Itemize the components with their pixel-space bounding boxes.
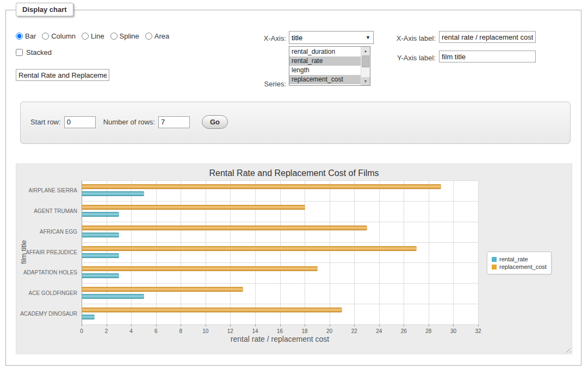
axis-tick	[330, 324, 330, 327]
scrollbar-thumb[interactable]	[362, 55, 369, 67]
chart-title-input[interactable]	[16, 69, 109, 81]
num-rows-label: Number of rows:	[103, 118, 155, 126]
gridline-vertical	[305, 180, 305, 324]
bar-replacement_cost	[82, 225, 367, 230]
chart-type-option-bar: Bar	[16, 32, 36, 40]
start-row-input[interactable]	[64, 116, 96, 128]
chart: Rental Rate and Replacement Cost of Film…	[16, 164, 572, 354]
stacked-label: Stacked	[26, 48, 52, 57]
y-axis-label-input[interactable]	[439, 51, 536, 62]
axis-tick	[206, 324, 206, 327]
plot-area	[82, 180, 478, 324]
stacked-checkbox[interactable]	[16, 49, 23, 56]
resize-handle-icon[interactable]	[564, 346, 571, 353]
go-button[interactable]: Go	[202, 115, 228, 129]
bar-rental_rate	[82, 253, 119, 258]
category-label: AIRPLANE SIERRA	[16, 187, 77, 193]
gridline-vertical	[379, 180, 380, 324]
gridline-vertical	[255, 180, 256, 324]
x-axis-label-field-label: X-Axis label:	[381, 34, 436, 42]
y-axis-line	[82, 180, 82, 324]
x-axis-select[interactable]: title	[289, 31, 374, 44]
bar-rental_rate	[82, 294, 144, 299]
bar-rental_rate	[82, 233, 119, 237]
axis-tick	[255, 324, 256, 327]
series-option-rental_rate[interactable]: rental_rate	[289, 57, 361, 66]
x-tick-label: 32	[471, 328, 486, 334]
x-axis-title: rental rate / replacement cost	[82, 335, 478, 343]
series-option-replacement_cost[interactable]: replacement_cost	[289, 75, 361, 84]
category-label: ADAPTATION HOLES	[16, 269, 77, 275]
legend-swatch	[492, 265, 497, 269]
x-tick-label: 2	[99, 328, 114, 334]
series-options: rental_durationrental_ratelengthreplacem…	[289, 47, 361, 85]
chart-legend: rental_ratereplacement_cost	[487, 252, 552, 274]
x-tick-label: 10	[198, 328, 213, 334]
gridline-vertical	[230, 180, 231, 324]
num-rows-input[interactable]	[158, 116, 190, 128]
x-axis-label-input[interactable]	[439, 31, 536, 43]
radio-column[interactable]	[42, 33, 49, 40]
bar-rental_rate	[82, 273, 119, 278]
axis-tick	[156, 324, 157, 327]
legend-item-replacement_cost[interactable]: replacement_cost	[492, 264, 547, 270]
axis-tick	[280, 324, 281, 327]
gridline-vertical	[404, 180, 404, 324]
radio-spline[interactable]	[110, 33, 117, 40]
radio-area[interactable]	[145, 33, 152, 40]
axis-tick	[379, 324, 380, 327]
row-range-panel: Start row: Number of rows: Go	[20, 102, 571, 144]
series-listbox[interactable]: rental_durationrental_ratelengthreplacem…	[289, 46, 370, 86]
bar-replacement_cost	[82, 205, 305, 210]
chart-title: Rental Rate and Replacement Cost of Film…	[16, 168, 572, 178]
bar-replacement_cost	[82, 308, 342, 312]
legend-item-rental_rate[interactable]: rental_rate	[492, 256, 547, 262]
x-axis-select-wrap: title ▼	[289, 31, 374, 44]
stacked-row: Stacked	[16, 48, 52, 57]
x-tick-label: 0	[74, 328, 89, 334]
row-range-row: Start row: Number of rows: Go	[30, 115, 228, 129]
axis-tick	[181, 324, 181, 327]
gridline-vertical	[280, 180, 281, 324]
x-tick-label: 8	[173, 328, 188, 334]
bar-replacement_cost	[82, 184, 441, 189]
radio-line[interactable]	[82, 33, 89, 40]
x-tick-label: 4	[123, 328, 139, 334]
radio-label-text: Line	[91, 32, 104, 40]
gridline-vertical	[478, 180, 479, 324]
gridline-vertical	[181, 180, 181, 324]
gridline-vertical	[354, 180, 355, 324]
axis-tick	[429, 324, 429, 327]
scroll-down-icon[interactable]: ▼	[361, 77, 370, 85]
axis-tick	[107, 324, 107, 327]
x-tick-label: 26	[396, 328, 411, 334]
category-label: AFRICAN EGG	[16, 229, 77, 235]
chart-type-option-area: Area	[145, 32, 169, 40]
x-tick-label: 30	[445, 328, 461, 334]
y-axis-label-field-label: Y-Axis label:	[381, 54, 436, 62]
category-label: ACADEMY DINOSAUR	[16, 311, 77, 317]
axis-tick	[305, 324, 305, 327]
x-tick-label: 16	[273, 328, 288, 334]
legend-label: replacement_cost	[499, 264, 547, 270]
series-option-length[interactable]: length	[289, 66, 361, 75]
chart-type-option-column: Column	[42, 32, 76, 40]
radio-bar[interactable]	[16, 33, 23, 40]
page: Display chart BarColumnLineSplineArea St…	[0, 0, 588, 370]
start-row-label: Start row:	[30, 118, 61, 126]
x-tick-label: 18	[297, 328, 312, 334]
category-label: AFFAIR PREJUDICE	[16, 249, 77, 255]
x-tick-label: 20	[322, 328, 337, 334]
scroll-up-icon[interactable]: ▲	[361, 47, 370, 55]
gridline-vertical	[156, 180, 157, 324]
series-option-rental_duration[interactable]: rental_duration	[289, 47, 361, 57]
radio-label-text: Area	[154, 32, 169, 40]
chart-type-radios: BarColumnLineSplineArea	[16, 32, 175, 40]
x-tick-label: 28	[421, 328, 436, 334]
x-tick-label: 14	[247, 328, 263, 334]
x-tick-label: 6	[148, 328, 164, 334]
series-scrollbar[interactable]: ▲ ▼	[361, 47, 370, 85]
legend-label: rental_rate	[499, 256, 528, 262]
bar-rental_rate	[82, 315, 95, 319]
axis-tick	[478, 324, 479, 327]
